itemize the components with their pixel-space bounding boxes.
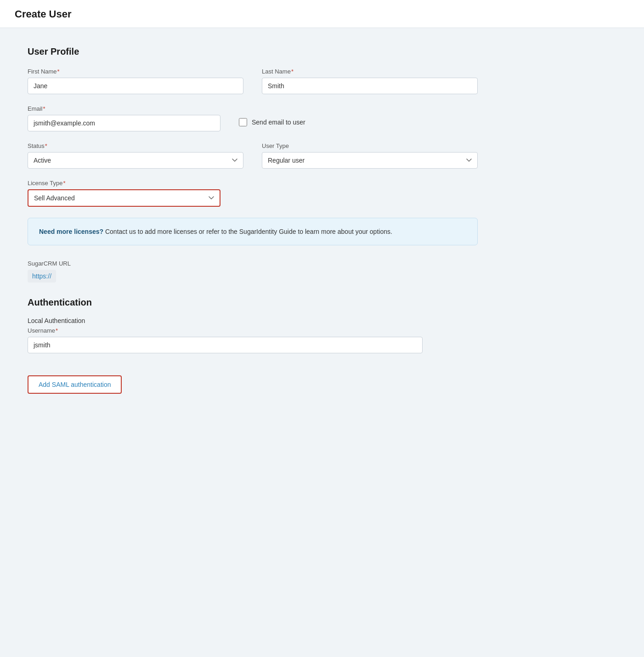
email-required: * xyxy=(43,105,45,112)
username-label: Username* xyxy=(28,327,478,334)
status-group: Status* Active Inactive xyxy=(28,142,243,169)
user-type-label: User Type xyxy=(262,142,478,149)
last-name-group: Last Name* xyxy=(262,68,478,94)
last-name-input[interactable] xyxy=(262,78,478,94)
last-name-required: * xyxy=(291,68,294,75)
license-type-select[interactable]: Sell Advanced Sell Essentials Sugar Ente… xyxy=(28,189,220,207)
name-row: First Name* Last Name* xyxy=(28,68,478,94)
license-type-required: * xyxy=(63,180,65,187)
page-title: Create User xyxy=(15,8,629,20)
first-name-required: * xyxy=(57,68,60,75)
first-name-group: First Name* xyxy=(28,68,243,94)
send-email-label: Send email to user xyxy=(252,119,305,126)
info-banner-text: Contact us to add more licenses or refer… xyxy=(105,228,392,235)
send-email-checkbox[interactable] xyxy=(239,118,247,126)
email-input[interactable] xyxy=(28,115,220,131)
status-row: Status* Active Inactive User Type Regula… xyxy=(28,142,478,169)
user-type-group: User Type Regular user Administrator xyxy=(262,142,478,169)
license-type-label: License Type* xyxy=(28,180,220,187)
username-required: * xyxy=(56,327,58,334)
email-group: Email* xyxy=(28,105,220,131)
license-type-group: License Type* Sell Advanced Sell Essenti… xyxy=(28,180,220,207)
license-type-row: License Type* Sell Advanced Sell Essenti… xyxy=(28,180,478,207)
user-profile-section-title: User Profile xyxy=(28,46,478,57)
first-name-input[interactable] xyxy=(28,78,243,94)
local-auth-label: Local Authentication xyxy=(28,317,478,324)
status-label: Status* xyxy=(28,142,243,149)
send-email-group: Send email to user xyxy=(239,118,305,126)
status-required: * xyxy=(45,142,47,149)
add-saml-button[interactable]: Add SAML authentication xyxy=(28,375,122,394)
sugarcrm-url-label: SugarCRM URL xyxy=(28,260,478,267)
first-name-label: First Name* xyxy=(28,68,243,75)
info-banner: Need more licenses? Contact us to add mo… xyxy=(28,218,478,245)
email-row: Email* Send email to user xyxy=(28,105,478,131)
username-group: Username* xyxy=(28,327,478,353)
email-label: Email* xyxy=(28,105,220,112)
status-select[interactable]: Active Inactive xyxy=(28,152,243,169)
sugarcrm-url-value: https:// xyxy=(28,270,56,283)
sugarcrm-url-section: SugarCRM URL https:// xyxy=(28,260,478,283)
username-input[interactable] xyxy=(28,337,423,353)
authentication-section-title: Authentication xyxy=(28,297,478,308)
info-banner-bold: Need more licenses? xyxy=(39,228,103,235)
last-name-label: Last Name* xyxy=(262,68,478,75)
user-type-select[interactable]: Regular user Administrator xyxy=(262,152,478,169)
